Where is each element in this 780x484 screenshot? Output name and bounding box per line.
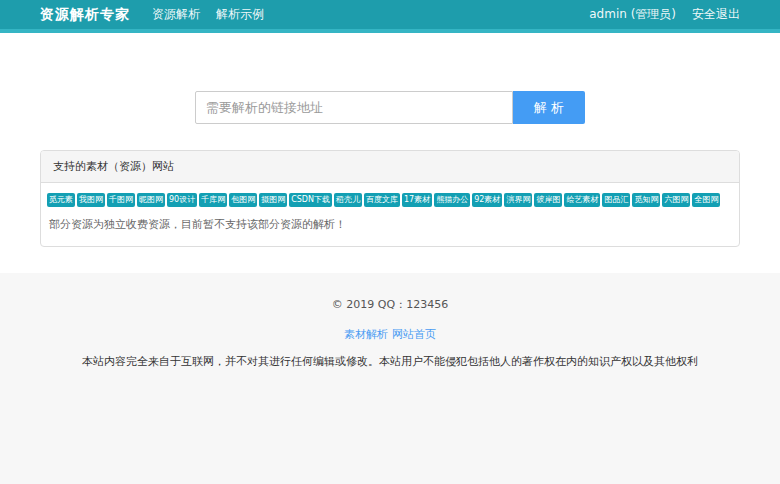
site-badge[interactable]: 演界网 <box>504 193 532 207</box>
nav-item[interactable]: 解析示例 <box>216 6 264 23</box>
parse-button[interactable]: 解 析 <box>513 91 585 124</box>
nav-item[interactable]: 资源解析 <box>152 6 200 23</box>
site-badge[interactable]: 92素材 <box>472 193 502 207</box>
copyright-text: © 2019 QQ：123456 <box>0 297 780 312</box>
panel-body: 觅元素我图网千图网昵图网90设计千库网包图网摄图网CSDN下载稻壳儿百度文库17… <box>41 183 739 246</box>
nav-menu: 资源解析解析示例 <box>152 6 280 23</box>
site-badge[interactable]: 六图网 <box>662 193 690 207</box>
site-badge[interactable]: 90设计 <box>167 193 197 207</box>
brand-link[interactable]: 资源解析专家 <box>40 6 130 24</box>
site-badge[interactable]: 包图网 <box>229 193 257 207</box>
logout-link[interactable]: 安全退出 <box>692 6 740 23</box>
site-badge[interactable]: 绘艺素材 <box>564 193 600 207</box>
main-content: 解 析 支持的素材（资源）网站 觅元素我图网千图网昵图网90设计千库网包图网摄图… <box>0 33 780 273</box>
footer-link[interactable]: 素材解析 <box>344 328 388 341</box>
disclaimer-text: 本站内容完全来自于互联网，并不对其进行任何编辑或修改。本站用户不能侵犯包括他人的… <box>0 354 780 369</box>
page: 资源解析专家 资源解析解析示例 admin (管理员) 安全退出 解 析 支持的… <box>0 0 780 484</box>
site-badge[interactable]: 千图网 <box>107 193 135 207</box>
site-badge[interactable]: CSDN下载 <box>289 193 332 207</box>
footer-links: 素材解析网站首页 <box>0 323 780 342</box>
site-badge[interactable]: 图品汇 <box>602 193 630 207</box>
site-badge[interactable]: 千库网 <box>199 193 227 207</box>
nav-right: admin (管理员) 安全退出 <box>589 6 740 23</box>
parse-url-input[interactable] <box>195 91 513 124</box>
site-badge[interactable]: 我图网 <box>77 193 105 207</box>
panel-note: 部分资源为独立收费资源，目前暂不支持该部分资源的解析！ <box>47 217 733 232</box>
user-account-label[interactable]: admin (管理员) <box>589 6 676 23</box>
footer-link[interactable]: 网站首页 <box>392 328 436 341</box>
site-badge[interactable]: 摄图网 <box>259 193 287 207</box>
site-badge[interactable]: 觅知网 <box>632 193 660 207</box>
site-badge-list: 觅元素我图网千图网昵图网90设计千库网包图网摄图网CSDN下载稻壳儿百度文库17… <box>47 193 733 209</box>
parse-form: 解 析 <box>195 91 585 124</box>
site-badge[interactable]: 觅元素 <box>47 193 75 207</box>
supported-sites-panel: 支持的素材（资源）网站 觅元素我图网千图网昵图网90设计千库网包图网摄图网CSD… <box>40 150 740 247</box>
footer: © 2019 QQ：123456 素材解析网站首页 本站内容完全来自于互联网，并… <box>0 273 780 484</box>
site-badge[interactable]: 昵图网 <box>137 193 165 207</box>
site-badge[interactable]: 全图网 <box>692 193 720 207</box>
site-badge[interactable]: 百度文库 <box>364 193 400 207</box>
site-badge[interactable]: 熊猫办公 <box>434 193 470 207</box>
site-badge[interactable]: 稻壳儿 <box>334 193 362 207</box>
panel-title: 支持的素材（资源）网站 <box>41 151 739 183</box>
site-badge[interactable]: 彼岸图 <box>534 193 562 207</box>
navbar: 资源解析专家 资源解析解析示例 admin (管理员) 安全退出 <box>0 0 780 33</box>
site-badge[interactable]: 17素材 <box>402 193 432 207</box>
